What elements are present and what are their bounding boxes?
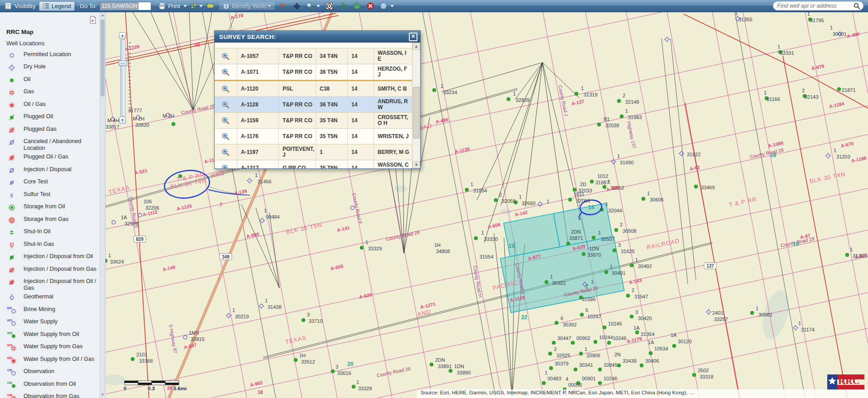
oil-well-marker[interactable] <box>545 280 548 284</box>
flag-tool-button[interactable] <box>277 1 290 11</box>
full-extent-button[interactable] <box>350 1 364 11</box>
zoom-slider-track[interactable] <box>120 39 125 116</box>
oil-well-marker[interactable] <box>837 87 841 91</box>
map-canvas[interactable]: A-178A-122649131355131795130001133331218… <box>106 12 868 398</box>
oil-well-marker[interactable] <box>507 97 510 101</box>
extent-button[interactable] <box>323 1 336 11</box>
zoom-tool-button[interactable] <box>304 1 323 11</box>
sidebar-scroll-thumb[interactable] <box>101 19 105 96</box>
oil-well-marker[interactable] <box>552 341 556 345</box>
oil-well-marker[interactable] <box>617 364 621 367</box>
oil-well-marker[interactable] <box>542 381 546 385</box>
dialog-header[interactable]: SURVEY SEARCH: ✕ <box>215 31 420 43</box>
oil-well-marker[interactable] <box>574 368 577 371</box>
dialog-scrollbar[interactable]: ▲ ▼ <box>412 43 420 168</box>
oil-well-marker[interactable] <box>131 357 134 361</box>
row-zoom-to-icon[interactable] <box>215 81 237 96</box>
oil-well-marker[interactable] <box>575 92 578 96</box>
dialog-scroll-thumb[interactable] <box>413 87 420 139</box>
dialog-scroll-down-icon[interactable]: ▼ <box>412 161 420 168</box>
survey-result-row[interactable]: A-1120PSLC3814SMITH, C B <box>215 80 412 97</box>
oil-well-marker[interactable] <box>603 326 606 329</box>
zoom-slider-handle[interactable] <box>119 61 127 66</box>
print-button[interactable]: Print <box>155 1 190 11</box>
row-zoom-to-icon[interactable] <box>215 144 237 160</box>
visibility-button[interactable]: Visibility <box>2 1 39 11</box>
oil-well-marker[interactable] <box>692 373 696 377</box>
oil-well-marker[interactable] <box>617 99 621 103</box>
oil-well-marker[interactable] <box>626 294 630 297</box>
oil-well-marker[interactable] <box>573 188 576 192</box>
dialog-scroll-up-icon[interactable]: ▲ <box>412 43 420 50</box>
export-pdf-icon[interactable]: A <box>89 16 97 24</box>
oil-well-marker[interactable] <box>630 315 633 318</box>
oil-well-marker[interactable] <box>580 313 584 316</box>
oil-well-marker[interactable] <box>613 249 616 252</box>
oil-well-marker[interactable] <box>630 264 633 267</box>
row-zoom-to-icon[interactable] <box>215 160 237 168</box>
survey-result-row-selected[interactable]: A-1128T&P RR CO36 T4N14ANDRUS, R W <box>215 97 412 113</box>
oil-well-marker[interactable] <box>172 122 175 126</box>
oil-well-marker[interactable] <box>548 352 552 355</box>
row-zoom-to-icon[interactable] <box>215 129 237 144</box>
oil-well-marker[interactable] <box>449 369 452 373</box>
oil-well-marker[interactable] <box>598 368 602 371</box>
find-well-search[interactable] <box>773 1 863 10</box>
oil-well-marker[interactable] <box>302 318 305 322</box>
oil-well-marker[interactable] <box>642 197 645 201</box>
row-zoom-to-icon[interactable] <box>215 48 237 64</box>
oil-well-marker[interactable] <box>352 385 355 388</box>
scroll-up-icon[interactable]: ▲ <box>100 13 105 18</box>
help-button[interactable]: ? <box>377 1 397 11</box>
oil-well-marker[interactable] <box>620 115 623 118</box>
oil-well-marker[interactable] <box>590 180 594 183</box>
oil-well-marker[interactable] <box>672 344 676 348</box>
goto-input[interactable]: 115 DAWSON <box>100 2 151 10</box>
row-zoom-to-icon[interactable] <box>215 64 237 80</box>
oil-well-marker[interactable] <box>568 198 572 201</box>
oil-well-marker[interactable] <box>331 369 335 373</box>
oil-well-marker[interactable] <box>571 341 575 345</box>
oil-well-marker[interactable] <box>549 366 553 370</box>
oil-well-marker[interactable] <box>465 188 469 192</box>
oil-well-marker[interactable] <box>432 88 436 92</box>
oil-well-marker[interactable] <box>649 351 652 355</box>
legend-button[interactable]: Legend <box>39 1 75 11</box>
oil-well-marker[interactable] <box>294 358 297 362</box>
oil-well-marker[interactable] <box>474 236 478 240</box>
oil-well-marker[interactable] <box>635 331 639 334</box>
oil-well-marker[interactable] <box>597 123 601 126</box>
oil-well-marker[interactable] <box>555 321 558 325</box>
oil-well-marker[interactable] <box>582 252 585 256</box>
oil-well-marker[interactable] <box>579 352 583 355</box>
identify-wells-group[interactable]: Identify Wells <box>219 2 275 10</box>
oil-well-marker[interactable] <box>566 242 570 245</box>
search-input[interactable] <box>776 2 854 10</box>
gps-location-button[interactable] <box>336 1 350 11</box>
zoom-in-button[interactable]: ▲ <box>119 32 126 39</box>
oil-well-marker[interactable] <box>750 311 754 315</box>
oil-well-marker[interactable] <box>592 236 595 240</box>
sidebar-scrollbar[interactable]: ▲ ▼ <box>100 12 105 398</box>
oil-well-marker[interactable] <box>594 340 597 344</box>
search-icon[interactable] <box>854 3 860 10</box>
basemap-grid-button[interactable] <box>190 1 204 11</box>
oil-well-marker[interactable] <box>607 341 611 345</box>
survey-result-row[interactable]: A-1217G RR CO35 T6N14WASSON, C L <box>215 160 412 168</box>
oil-well-marker[interactable] <box>494 198 498 202</box>
survey-result-row[interactable]: A-1057T&P RR CO34 T4N14WASSON, I E <box>215 48 412 64</box>
clear-selection-button[interactable] <box>364 1 377 11</box>
oil-well-marker[interactable] <box>604 270 608 274</box>
close-icon[interactable]: ✕ <box>409 33 417 41</box>
oil-well-marker[interactable] <box>640 364 643 367</box>
oil-well-marker[interactable] <box>694 185 698 188</box>
survey-search-dialog[interactable]: SURVEY SEARCH: ✕ A-1042T&P RR CO33 T4N14… <box>214 30 421 169</box>
row-zoom-to-icon[interactable] <box>215 113 237 128</box>
row-zoom-to-icon[interactable] <box>215 97 237 112</box>
oil-well-marker[interactable] <box>360 246 364 249</box>
oil-well-marker[interactable] <box>430 363 433 366</box>
survey-result-row[interactable]: A-1071T&P RR CO36 T5N14HERZOG, F J <box>215 64 412 80</box>
survey-result-row[interactable]: A-1159T&P RR CO35 T4N14CROSSETT, O H <box>215 113 412 129</box>
oil-well-marker[interactable] <box>598 381 602 385</box>
oil-well-marker[interactable] <box>845 253 849 257</box>
